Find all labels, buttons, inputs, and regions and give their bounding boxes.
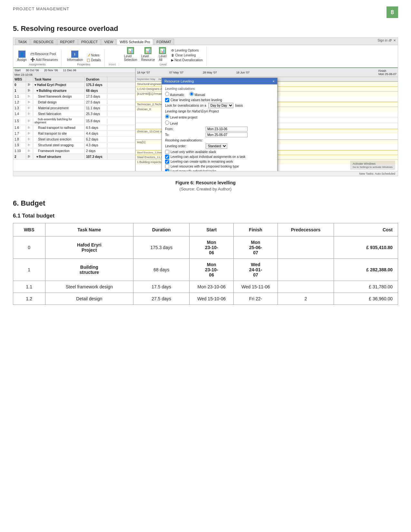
- task-wbs-1-1: 1.1: [13, 94, 26, 99]
- budget-row-1-1: 1.1 Steel framework design 17.5 days Mon…: [13, 281, 398, 293]
- window-icon1[interactable]: 🗗: [389, 39, 392, 45]
- finish-label: FinishMon 25-06-07: [378, 69, 396, 76]
- task-wbs-1-4: 1.4: [13, 111, 26, 116]
- status-text: New Tasks: Auto Scheduled: [359, 172, 395, 175]
- cb2-input[interactable]: [165, 155, 169, 159]
- radio-manual[interactable]: [190, 92, 194, 96]
- from-input[interactable]: [206, 127, 248, 131]
- basis-select[interactable]: Day by Day: [208, 103, 233, 108]
- modal-body: Leveling calculations Automatic Manual C…: [162, 84, 277, 171]
- activate-windows-notice: Activate WindowsGo to Settings to activa…: [350, 161, 395, 170]
- gantt-row-0: 0 ⚐ ▾ Hafod Eryri Project 175.3 days: [13, 82, 135, 88]
- col-header-predecessors: Predecessors: [278, 223, 334, 237]
- task-dur-1-6: 6.5 days: [85, 125, 107, 130]
- details-btn[interactable]: 📋 Details: [85, 58, 102, 62]
- col1-date: 30 Oct '06: [26, 69, 39, 72]
- notes-btn[interactable]: 📝 Notes: [85, 53, 102, 57]
- leveling-options-btn[interactable]: ⚙ Leveling Options: [170, 48, 203, 53]
- radio-row-from: Level: [165, 121, 274, 125]
- budget-row-0: 0 Hafod EryriProject 175.3 days Mon23-10…: [13, 237, 398, 259]
- radio-entire[interactable]: [165, 114, 169, 119]
- ribbon-tabs: TASK RESOURCE REPORT PROJECT VIEW WBS Sc…: [15, 39, 396, 45]
- tab-task[interactable]: TASK: [15, 39, 30, 45]
- level-selection-btn[interactable]: 📊 LevelSelection: [123, 46, 139, 62]
- resolving-label: Resolving overallocations:: [165, 139, 274, 142]
- order-row: Leveling order: Standard: [165, 143, 274, 149]
- col-header-start: Start: [190, 223, 234, 237]
- next-overallocation-btn[interactable]: ▶ Next Overallocation: [170, 58, 203, 62]
- leveling-options-label: Leveling Options: [175, 49, 199, 52]
- properties-label: Properties: [77, 63, 90, 66]
- budget-cost-1: £ 282,388.00: [334, 259, 398, 281]
- radio-automatic[interactable]: [165, 92, 169, 96]
- gantt-row-1-8: 1.8 ⚐ Steel structure erection 6.2 days: [13, 137, 135, 142]
- task-dur-last: 107.3 days: [85, 154, 107, 159]
- task-mode-1-4: ⚐: [26, 111, 33, 116]
- radio-from[interactable]: [165, 121, 169, 125]
- gantt-row-1-9: 1.9 ⚐ Structural steel snagging 4.3 days: [13, 142, 135, 148]
- cb5-input[interactable]: [165, 169, 169, 171]
- to-row: To:: [165, 132, 274, 137]
- tab-format[interactable]: FORMAT: [154, 39, 174, 45]
- order-label: Leveling order:: [165, 144, 204, 148]
- task-name-1-7: Rail transport to site: [33, 131, 85, 136]
- level-resource-icon: 📊: [144, 47, 152, 54]
- modal-close-btn[interactable]: ×: [273, 79, 275, 83]
- gantt-row-1-5: 1.5 ⚐ Sub-assembly batching for shipment…: [13, 117, 135, 125]
- col3-date: 11 Dec 06: [63, 69, 76, 72]
- gantt-chart-header: 18 Apr '07 07 May '07 28 May '07 18 Jun …: [136, 68, 398, 77]
- figure-caption: Figure 6: Resource levelling: [13, 180, 398, 185]
- resource-pool-label: Resource Pool: [35, 52, 56, 56]
- clear-leveling-btn[interactable]: 🗑 Clear Leveling: [170, 53, 203, 57]
- gantt-row-last: 2 ⚐ ▾ Roof structure 107.3 days: [13, 154, 135, 160]
- sign-in-btn[interactable]: Sign in: [377, 39, 387, 45]
- budget-pred-1-1: [278, 281, 334, 293]
- to-input[interactable]: [206, 132, 248, 137]
- task-mode-1-1: ⚐: [26, 94, 33, 99]
- level-resource-btn[interactable]: 📊 LevelResource: [140, 46, 156, 62]
- col-header-finish: Finish: [234, 223, 278, 237]
- cb4-label: Level resources with the proposed bookin…: [171, 165, 239, 168]
- cb1-input[interactable]: [165, 150, 169, 154]
- tab-view[interactable]: VIEW: [101, 39, 116, 45]
- radio-manual-label[interactable]: Manual: [190, 92, 205, 97]
- tab-resource[interactable]: RESOURCE: [31, 39, 56, 45]
- cb2-label: Leveling can adjust individual assignmen…: [171, 155, 245, 159]
- task-dur-1-1: 17.5 days: [85, 94, 107, 99]
- task-mode-1-6: ⚐: [26, 125, 33, 130]
- order-select[interactable]: Standard: [206, 143, 227, 149]
- tab-wbs[interactable]: WBS Schedule Pro: [117, 39, 153, 45]
- cb-clear-before[interactable]: Clear leveling values before leveling: [165, 98, 274, 102]
- information-btn[interactable]: ℹ Information: [65, 50, 84, 62]
- radio-automatic-label[interactable]: Automatic: [165, 92, 184, 97]
- window-close-icon[interactable]: ✕: [393, 39, 396, 45]
- task-wbs-1-8: 1.8: [13, 137, 26, 142]
- task-dur-1-4: 25.3 days: [85, 111, 107, 116]
- resource-pool-btn[interactable]: 🗃 Resource Pool: [29, 51, 59, 56]
- task-name-1-6: Road transport to railhead: [33, 125, 85, 130]
- task-name-1-5: Sub-assembly batching for shipment: [33, 117, 85, 125]
- assign-button[interactable]: 👤 Assign: [16, 50, 28, 62]
- task-mode-1-8: ⚐: [26, 137, 33, 142]
- level-all-btn[interactable]: 📊 LevelAll: [157, 46, 168, 62]
- tab-report[interactable]: REPORT: [57, 39, 78, 45]
- to-label: To:: [165, 133, 204, 137]
- budget-wbs-1-1: 1.1: [13, 281, 45, 293]
- cb3-input[interactable]: [165, 160, 169, 164]
- cb4-input[interactable]: [165, 164, 169, 169]
- cb-clear-before-input[interactable]: [165, 98, 169, 102]
- task-name-1-8: Steel structure erection: [33, 137, 85, 142]
- budget-wbs-0: 0: [13, 237, 45, 259]
- tab-project[interactable]: PROJECT: [78, 39, 101, 45]
- gantt-row-1-7: 1.7 ⚐ Rail transport to site 4.4 days: [13, 131, 135, 137]
- budget-finish-1-2: Fri 22-: [234, 293, 278, 305]
- task-mode-1-5: ⚐: [26, 119, 33, 123]
- col2-date: 20 Nov '06: [44, 69, 58, 72]
- budget-pred-1-2: 2: [278, 293, 334, 305]
- cb3-label: Leveling can create splits in remaining …: [171, 160, 233, 163]
- budget-table: WBS Task Name Duration Start Finish Pred…: [13, 223, 398, 305]
- start-date-value: Mon 23-10-06: [15, 73, 33, 76]
- add-resources-btn[interactable]: ➕ Add Resources: [29, 57, 59, 62]
- chart-date-1: 18 Apr '07: [137, 71, 150, 74]
- gantt-start-row: Mon 23-10-06: [13, 73, 135, 77]
